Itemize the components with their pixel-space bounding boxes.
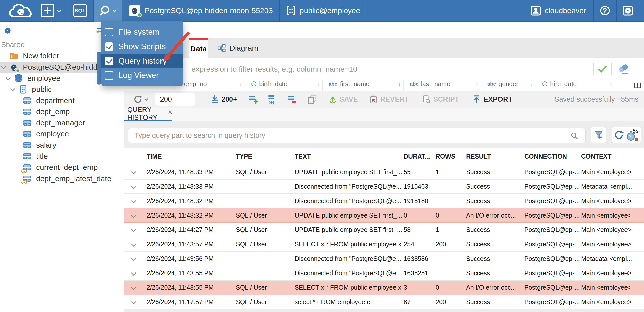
user-menu[interactable]: cloudbeaver [524, 6, 593, 16]
cell-time: 2/26/2024, 11:43:56 PM [147, 255, 236, 262]
checkbox[interactable] [105, 28, 113, 36]
cloudbeaver-logo[interactable] [6, 2, 34, 19]
cell-time: 2/26/2024, 11:44:27 PM [147, 226, 236, 233]
sort-icon[interactable]: ↕ [239, 81, 242, 87]
tab-query-history[interactable]: QUERY HISTORY × [124, 108, 172, 121]
new-object-button[interactable] [34, 0, 67, 22]
stop-badge [635, 138, 638, 141]
clear-filter-eraser-icon[interactable] [617, 63, 630, 75]
query-history-row[interactable]: 2/26/2024, 11:43:57 PM SQL / User SELECT… [124, 237, 644, 252]
tree-settings-gear-icon[interactable] [3, 26, 12, 35]
column-label: gender [498, 80, 518, 88]
sql-editor-button[interactable]: SQL [67, 0, 93, 22]
postgres-icon [129, 5, 140, 16]
header-result[interactable]: RESULT [466, 153, 524, 160]
checkbox[interactable] [105, 57, 113, 65]
sort-icon[interactable]: ↕ [610, 81, 612, 87]
expand-chevron-icon[interactable] [131, 242, 135, 246]
script-button[interactable]: SCRIPT [422, 95, 459, 104]
connection-selector[interactable]: PostgreSQL@ep-hidden-moon-55203 [122, 0, 279, 22]
expand-chevron-icon[interactable] [131, 286, 135, 290]
expand-chevron-icon[interactable] [131, 228, 135, 232]
revert-button[interactable]: REVERT [369, 95, 409, 104]
sort-icon[interactable]: ↕ [398, 81, 401, 87]
checkbox[interactable] [105, 71, 113, 80]
columns-config-icon[interactable] [634, 82, 641, 89]
query-history-row[interactable]: 2/26/2024, 11:48:32 PM Disconnected from… [124, 194, 644, 208]
refresh-icon[interactable] [614, 130, 624, 140]
cell-connection: PostgreSQL@ep-... [524, 212, 581, 219]
header-rows[interactable]: ROWS [436, 153, 466, 160]
tools-menu-button[interactable] [94, 0, 122, 22]
query-history-row[interactable]: 2/26/2024, 11:43:55 PM Disconnected from… [124, 266, 644, 281]
tree-item[interactable]: dept_emp [0, 106, 124, 117]
expand-chevron-icon[interactable] [131, 257, 135, 261]
query-history-row[interactable]: 2/26/2024, 11:48:33 PM Disconnected from… [124, 180, 644, 194]
expand-chevron-icon[interactable] [131, 213, 135, 218]
cell-context: Main <employee> [581, 226, 644, 233]
checkbox[interactable] [105, 42, 113, 51]
expand-chevron-icon[interactable] [131, 300, 135, 304]
header-time[interactable]: TIME [147, 153, 236, 160]
refresh-button[interactable] [133, 95, 148, 104]
add-row-icon[interactable] [248, 94, 258, 104]
tree-item[interactable]: salary [0, 140, 124, 151]
sort-icon[interactable]: ↕ [317, 81, 320, 87]
tree-item[interactable]: employee [0, 128, 124, 140]
fetch-next-segment-button[interactable]: 200+ [210, 95, 237, 104]
grid-column-header[interactable]: birth_date ↕ [245, 80, 323, 91]
expand-chevron-icon[interactable] [131, 271, 135, 275]
query-history-filter-button[interactable] [591, 127, 606, 143]
tree-scrollbar-thumb[interactable] [97, 52, 101, 85]
tree-item[interactable]: dept_manager [0, 117, 124, 128]
grid-column-header[interactable]: abc last_name ↕ [404, 80, 481, 91]
copy-icon[interactable] [307, 94, 317, 104]
schema-selector[interactable]: public@employee [280, 0, 367, 22]
query-history-row[interactable]: 2/26/2024, 11:48:32 PM SQL / User UPDATE… [124, 208, 644, 223]
export-button[interactable]: EXPORT [472, 95, 512, 104]
expand-chevron-icon[interactable] [131, 199, 135, 203]
grid-column-header[interactable]: hire_date ↕ [536, 80, 615, 91]
tree-item[interactable]: title [0, 151, 124, 162]
query-history-row[interactable]: 2/26/2024, 11:43:55 PM SQL / User SELECT… [124, 281, 644, 295]
query-history-search-input[interactable] [128, 128, 585, 143]
chevron-down-icon[interactable] [6, 76, 11, 81]
header-duration[interactable]: DURAT... [404, 153, 436, 160]
cell-text: select * FROM employee e [295, 298, 404, 306]
chevron-down-icon[interactable] [1, 65, 6, 70]
tree-item[interactable]: dept_emp_latest_date [0, 173, 124, 184]
query-history-row[interactable]: 2/26/2024, 11:44:27 PM SQL / User UPDATE… [124, 223, 644, 237]
save-button[interactable]: SAVE [328, 95, 358, 104]
cell-type: SQL / User [236, 298, 295, 306]
expand-chevron-icon[interactable] [131, 185, 135, 189]
grid-column-header[interactable]: abc first_name ↕ [323, 80, 404, 91]
auto-refresh-timer-button[interactable]: 5s [626, 129, 638, 141]
help-button[interactable] [594, 0, 616, 22]
cell-rows: 0 [436, 212, 466, 219]
menu-item[interactable]: Log Viewer [101, 68, 183, 83]
close-icon[interactable]: × [168, 108, 172, 116]
settings-button[interactable] [617, 0, 639, 22]
tab-diagram[interactable]: Diagram [212, 38, 264, 58]
cell-duration: 58 [404, 226, 436, 233]
query-history-row[interactable]: 2/26/2024, 11:43:56 PM Disconnected from… [124, 252, 644, 266]
header-text[interactable]: TEXT [295, 153, 404, 160]
header-type[interactable]: TYPE [236, 153, 295, 160]
delete-row-icon[interactable] [287, 94, 297, 104]
query-history-row[interactable]: 2/26/2024, 11:48:33 PM SQL / User UPDATE… [124, 165, 644, 180]
tree-item[interactable]: department [0, 95, 124, 106]
apply-filter-button[interactable] [593, 62, 612, 76]
row-limit-input[interactable] [155, 93, 195, 106]
sort-icon[interactable]: ↕ [476, 81, 478, 87]
header-context[interactable]: CONTEXT [581, 153, 644, 160]
sort-icon[interactable]: ↕ [530, 81, 533, 87]
tree-item[interactable]: current_dept_emp [0, 162, 124, 173]
chevron-down-icon[interactable] [10, 87, 15, 92]
query-history-row[interactable]: 2/26/2024, 11:17:57 PM SQL / User select… [124, 295, 644, 309]
grid-column-header[interactable]: abc gender ↕ [481, 80, 536, 91]
cell-text: SELECT x.* FROM public.employee x [295, 284, 404, 291]
expand-chevron-icon[interactable] [131, 170, 135, 174]
cell-connection: PostgreSQL@ep-... [524, 226, 581, 233]
header-connection[interactable]: CONNECTION [524, 153, 581, 160]
duplicate-row-icon[interactable] [267, 94, 278, 104]
